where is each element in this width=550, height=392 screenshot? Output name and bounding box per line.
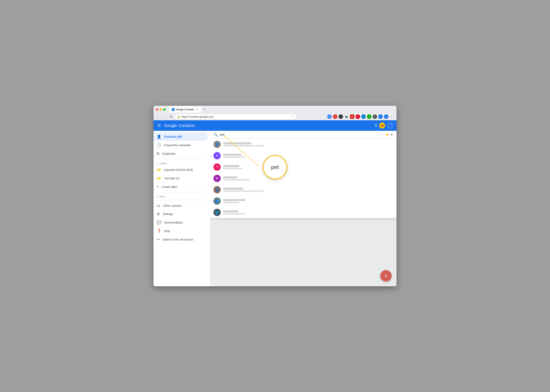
name-bar	[223, 199, 246, 201]
search-bar: 🔍 ✕	[210, 131, 396, 139]
url-bar[interactable]: 🔒 https://contacts.google.com ☆	[175, 114, 296, 119]
switch-icon: ↩	[157, 237, 160, 242]
dropdown-info	[223, 210, 246, 215]
profile-avatar[interactable]: U	[384, 114, 388, 119]
detail-bar	[223, 179, 249, 181]
name-bar	[223, 165, 239, 167]
sidebar-item-other-contacts[interactable]: 🗂 Other contacts	[154, 202, 208, 210]
dropdown-item[interactable]: 🌐	[210, 207, 396, 218]
sidebar-item-switch[interactable]: ↩ Switch to the old version	[154, 235, 208, 244]
active-tab[interactable]: G Google Contacts ✕	[169, 106, 201, 112]
help-icon: ❓	[157, 229, 161, 233]
sidebar-item-send-feedback[interactable]: 💬 Send feedback	[154, 218, 208, 227]
extension-icon-7[interactable]: ✏	[373, 114, 377, 119]
dropdown-item[interactable]: ♡	[210, 161, 396, 173]
notification-badge[interactable]: 20	[379, 123, 385, 129]
bookmark-icon[interactable]: M	[327, 114, 332, 119]
search-clear-button[interactable]: ✕	[390, 133, 393, 137]
sidebar: 👤 Contacts (50) 🕐 Frequently contacted ⧉…	[154, 131, 210, 286]
star-icon[interactable]: ☆	[291, 115, 294, 118]
sidebar-item-youtube[interactable]: 📁 YouTube (1)	[154, 174, 208, 183]
apps-grid-button[interactable]: ⠿	[374, 123, 377, 128]
labels-section[interactable]: ∧ Labels	[154, 160, 210, 166]
url-text: https://contacts.google.com	[182, 115, 290, 118]
dropdown-item[interactable]: V	[210, 150, 396, 161]
sidebar-create-label: Create label	[162, 185, 177, 189]
avatar: P	[213, 175, 221, 182]
dropdown-info	[223, 199, 246, 203]
sidebar-switch-label: Switch to the old version	[163, 238, 193, 241]
sidebar-duplicates-label: Duplicates	[162, 152, 175, 155]
detail-bar	[223, 213, 246, 215]
tab-close-button[interactable]: ✕	[196, 108, 198, 111]
title-bar: G Google Contacts ✕ +	[154, 106, 396, 113]
new-tab-button[interactable]: +	[202, 107, 207, 112]
minimize-button[interactable]	[160, 108, 162, 111]
dropdown-info	[223, 176, 249, 181]
sidebar-feedback-label: Send feedback	[164, 221, 183, 224]
search-dot-indicator	[386, 134, 388, 136]
folder-icon: 📁	[157, 168, 161, 172]
copy-icon: ⧉	[157, 151, 159, 156]
more-section[interactable]: ∨ More	[154, 194, 210, 199]
labels-heading: Labels	[160, 162, 167, 165]
dropdown-item[interactable]: 👤	[210, 139, 396, 150]
extension-icon-8[interactable]: +1	[378, 114, 383, 119]
menu-button[interactable]: ⋮	[390, 114, 394, 119]
user-avatar[interactable]: 👤	[387, 122, 393, 129]
detail-bar	[223, 168, 242, 169]
extension-icon-4[interactable]: P	[356, 114, 360, 119]
extension-icon-5[interactable]: O	[361, 114, 366, 119]
divider-3	[157, 200, 207, 200]
dropdown-info	[223, 188, 264, 192]
search-container: 🔍 ✕ 👤	[210, 131, 396, 218]
sidebar-item-create-label[interactable]: + Create label	[154, 183, 208, 191]
close-button[interactable]	[156, 108, 158, 111]
dropdown-info	[223, 142, 264, 147]
avatar: 🌐	[213, 209, 221, 216]
dropdown-item[interactable]: 👥	[210, 195, 396, 207]
sidebar-frequently-label: Frequently contacted	[164, 144, 190, 147]
detail-bar	[223, 145, 264, 147]
forward-button[interactable]: →	[162, 114, 167, 119]
sidebar-help-label: Help	[164, 229, 170, 233]
sidebar-item-imported[interactable]: 📁 Imported 5/10/16 (526)	[154, 166, 208, 174]
dropdown-info	[223, 154, 246, 158]
app-container: ☰ Google Contacts ⠿ 20 👤 👤 Contacts (50)	[154, 120, 396, 286]
header-right: ⠿ 20 👤	[374, 122, 393, 129]
extension-icon-6[interactable]: M	[367, 114, 371, 119]
extension-icon-3[interactable]: R	[350, 114, 354, 119]
sidebar-item-duplicates[interactable]: ⧉ Duplicates	[154, 149, 208, 158]
app-body: 👤 Contacts (50) 🕐 Frequently contacted ⧉…	[154, 131, 396, 286]
dropdown-item[interactable]: P	[210, 173, 396, 184]
logo-contacts: Contacts	[179, 123, 195, 128]
extension-icon-1[interactable]: 19	[333, 114, 337, 119]
tab-title: Google Contacts	[176, 108, 194, 111]
dropdown-item[interactable]: 👤	[210, 184, 396, 195]
browser-toolbar: M 19 0 📺 R P O M ✏ +1 U ⋮	[327, 114, 394, 119]
sidebar-item-contacts[interactable]: 👤 Contacts (50)	[154, 133, 208, 141]
add-contact-fab[interactable]: +	[380, 270, 392, 281]
avatar: 👤	[213, 186, 221, 193]
app-header: ☰ Google Contacts ⠿ 20 👤	[154, 120, 396, 131]
sidebar-item-frequently-contacted[interactable]: 🕐 Frequently contacted	[154, 141, 208, 149]
sidebar-imported-label: Imported 5/10/16 (526)	[164, 168, 193, 171]
sidebar-item-help[interactable]: ❓ Help	[154, 227, 208, 235]
cast-icon[interactable]: 📺	[344, 114, 349, 119]
other-contacts-icon: 🗂	[157, 203, 160, 208]
youtube-folder-icon: 📁	[157, 176, 161, 181]
avatar: 👥	[213, 197, 221, 205]
avatar: 👤	[213, 141, 221, 148]
sidebar-youtube-label: YouTube (1)	[164, 177, 179, 180]
chevron-up-icon: ∧	[157, 162, 159, 165]
traffic-lights	[156, 108, 166, 111]
refresh-button[interactable]: ↻	[169, 114, 173, 119]
sidebar-settings-label: Settings	[163, 212, 173, 216]
sidebar-item-settings[interactable]: ⚙ Settings	[154, 210, 208, 218]
back-button[interactable]: ←	[156, 114, 161, 119]
maximize-button[interactable]	[163, 108, 166, 111]
hamburger-menu[interactable]: ☰	[157, 123, 162, 129]
search-input[interactable]	[220, 133, 384, 136]
extension-icon-2[interactable]: 0	[338, 114, 343, 119]
sidebar-other-contacts-label: Other contacts	[163, 204, 182, 207]
